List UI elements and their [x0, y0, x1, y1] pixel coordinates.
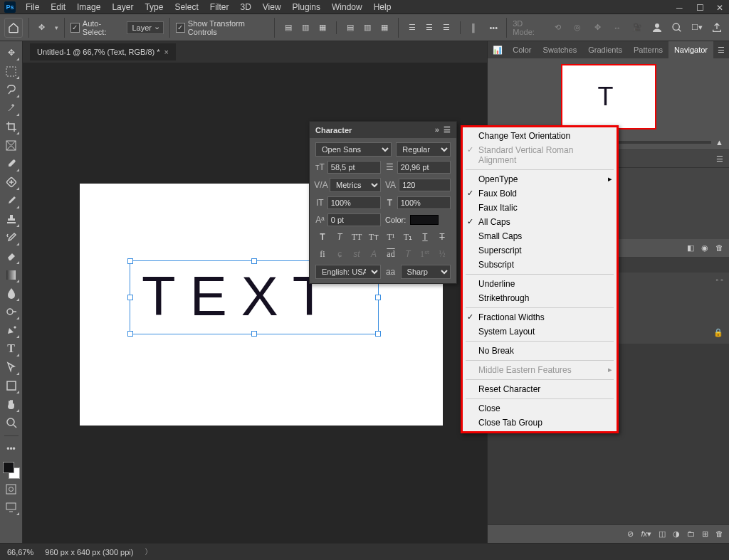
zoom-level[interactable]: 66,67%	[7, 548, 33, 556]
healing-tool[interactable]	[3, 174, 20, 191]
quick-mask-toggle[interactable]	[3, 480, 20, 497]
navigator-preview[interactable]: T	[488, 58, 729, 135]
share-icon[interactable]	[709, 20, 725, 36]
close-button[interactable]: ✕	[716, 3, 725, 11]
new-adjustment-icon[interactable]: ◧	[687, 243, 694, 253]
menu-item-faux-bold[interactable]: Faux Bold	[463, 186, 617, 201]
gradient-tool[interactable]	[3, 266, 20, 283]
panel-menu-icon[interactable]: ☰	[713, 46, 729, 55]
font-weight-select[interactable]: Regular	[396, 142, 451, 157]
dodge-tool[interactable]	[3, 303, 20, 320]
menu-image[interactable]: Image	[73, 1, 105, 14]
foreground-color-swatch[interactable]	[3, 462, 14, 473]
menu-item-system-layout[interactable]: System Layout	[463, 324, 617, 339]
subscript-button[interactable]: T₁	[401, 231, 415, 243]
menu-item-underline[interactable]: Underline	[463, 277, 617, 291]
italic-button[interactable]: T	[332, 231, 347, 243]
mask-icon[interactable]: ◫	[659, 529, 666, 539]
history-brush-tool[interactable]	[3, 229, 20, 246]
blur-tool[interactable]	[3, 285, 20, 302]
lock-icon[interactable]: 🔒	[713, 328, 723, 337]
align-right-icon[interactable]: ▦	[315, 20, 330, 36]
brush-tool[interactable]	[3, 192, 20, 209]
allcaps-button[interactable]: TT	[350, 231, 364, 243]
menu-edit[interactable]: Edit	[46, 1, 70, 14]
tab-color[interactable]: Color	[507, 41, 537, 58]
minimize-button[interactable]: ─	[676, 3, 685, 11]
halfwidth-button[interactable]: ½	[435, 248, 449, 260]
menu-view[interactable]: View	[258, 1, 285, 14]
menu-filter[interactable]: Filter	[206, 1, 234, 14]
align-middle-icon[interactable]: ▥	[360, 20, 375, 36]
crop-tool[interactable]	[3, 118, 20, 135]
menu-item-fractional-widths[interactable]: Fractional Widths	[463, 310, 617, 324]
menu-layer[interactable]: Layer	[107, 1, 137, 14]
edit-toolbar[interactable]: •••	[3, 440, 20, 458]
menu-select[interactable]: Select	[170, 1, 202, 14]
type-tool[interactable]: T	[3, 340, 20, 357]
distribute-center-icon[interactable]: ☰	[421, 20, 437, 36]
language-select[interactable]: English: USA	[315, 265, 381, 279]
screen-mode-toggle[interactable]	[3, 499, 20, 516]
menu-item-small-caps[interactable]: Small Caps	[463, 229, 617, 243]
menu-item-strikethrough[interactable]: Strikethrough	[463, 291, 617, 305]
zoom-in-icon[interactable]: ▲	[715, 138, 723, 147]
zoom-tool[interactable]	[3, 414, 20, 431]
smallcaps-button[interactable]: Tᴛ	[367, 231, 381, 243]
menu-item-all-caps[interactable]: All Caps	[463, 215, 617, 229]
bold-button[interactable]: T	[315, 231, 330, 243]
show-transform-checkbox[interactable]: ✓ Show Transform Controls	[176, 19, 268, 36]
eyedropper-tool[interactable]	[3, 155, 20, 172]
stylistic-button[interactable]: st	[350, 248, 364, 260]
strikethrough-button[interactable]: T	[435, 231, 449, 243]
menu-plugins[interactable]: Plugins	[288, 1, 325, 14]
menu-item-superscript[interactable]: Superscript	[463, 243, 617, 258]
discretionary-button[interactable]: ɕ	[332, 248, 347, 260]
link-layers-icon[interactable]: ◦ ◦	[715, 275, 723, 284]
tab-gradients[interactable]: Gradients	[582, 41, 628, 58]
link-icon[interactable]: ⊘	[627, 529, 634, 539]
stamp-tool[interactable]	[3, 211, 20, 228]
align-center-h-icon[interactable]: ▥	[298, 20, 313, 36]
menu-file[interactable]: File	[21, 1, 43, 14]
menu-item-no-break[interactable]: No Break	[463, 344, 617, 358]
underline-button[interactable]: T	[418, 231, 432, 243]
anti-alias-select[interactable]: Sharp	[401, 265, 451, 279]
histogram-icon[interactable]: 📊	[488, 46, 507, 55]
adjustment-layer-icon[interactable]: ◑	[673, 529, 680, 539]
leading-field[interactable]	[397, 161, 451, 174]
vscale-field[interactable]	[327, 196, 381, 209]
magic-wand-tool[interactable]	[3, 100, 20, 117]
collapse-icon[interactable]: »	[435, 125, 439, 134]
panel-menu-icon[interactable]: ☰	[716, 154, 723, 164]
snapshot-icon[interactable]: ◉	[701, 243, 708, 253]
eraser-tool[interactable]	[3, 248, 20, 265]
titling-button[interactable]: ad	[384, 248, 398, 260]
marquee-tool[interactable]	[3, 63, 20, 80]
menu-3d[interactable]: 3D	[236, 1, 255, 14]
menu-item-opentype[interactable]: OpenType	[463, 172, 617, 186]
menu-window[interactable]: Window	[327, 1, 367, 14]
superscript-button[interactable]: T¹	[384, 231, 398, 243]
delete-layer-icon[interactable]: 🗑	[715, 529, 723, 539]
menu-item-subscript[interactable]: Subscript	[463, 258, 617, 272]
font-size-field[interactable]	[327, 161, 381, 174]
path-selection-tool[interactable]	[3, 359, 20, 376]
close-tab-icon[interactable]: ×	[164, 48, 169, 56]
menu-item-close[interactable]: Close	[463, 401, 617, 416]
lasso-tool[interactable]	[3, 81, 20, 98]
distribute-spacing-icon[interactable]: ║	[466, 20, 481, 36]
menu-item-close-tab-group[interactable]: Close Tab Group	[463, 416, 617, 430]
auto-select-target-dropdown[interactable]: Layer	[127, 21, 164, 34]
ordinals-button[interactable]: T	[401, 248, 415, 260]
character-panel[interactable]: Character » ☰ Open Sans Regular тT ☰ V/A…	[309, 121, 457, 284]
info-chevron-icon[interactable]: 〉	[145, 546, 152, 557]
menu-help[interactable]: Help	[369, 1, 396, 14]
distribute-bottom-icon[interactable]: ☰	[439, 20, 454, 36]
trash-icon[interactable]: 🗑	[715, 243, 723, 253]
menu-item-change-text-orientation[interactable]: Change Text Orientation	[463, 129, 617, 143]
tab-navigator[interactable]: Navigator	[668, 41, 713, 58]
kerning-select[interactable]: Metrics	[330, 178, 381, 192]
tab-swatches[interactable]: Swatches	[537, 41, 583, 58]
move-tool[interactable]: ✥	[3, 44, 20, 61]
